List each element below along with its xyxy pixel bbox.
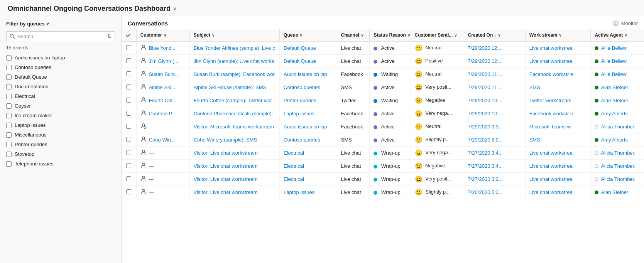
row-checkbox-cell[interactable] <box>122 107 136 120</box>
agent-name[interactable]: Amy Alberts <box>601 137 627 143</box>
workstream-link[interactable]: Facebook workstr e <box>529 111 573 116</box>
row-checkbox-cell[interactable] <box>122 55 136 68</box>
col-workstream-header[interactable]: Work stream ∨ <box>525 29 591 41</box>
col-sentiment-header[interactable]: Customer Senti... ∨ <box>411 29 464 41</box>
row-checkbox[interactable] <box>126 58 131 63</box>
customer-name[interactable]: --- <box>149 124 154 130</box>
created-link[interactable]: 7/29/2020 9:3... <box>468 124 503 130</box>
sidebar-checkbox-printer-queries[interactable] <box>6 142 12 147</box>
subject-link[interactable]: Blue Yonder Airlines (sample): Live c <box>194 45 275 51</box>
col-subject-header[interactable]: Subject ∨ <box>189 29 279 41</box>
agent-name[interactable]: Allie Bellew <box>601 58 626 64</box>
subject-link[interactable]: Contoso Pharmaceuticals (sample): <box>194 111 273 116</box>
row-checkbox-cell[interactable] <box>122 81 136 94</box>
sidebar-checkbox-laptop-issues[interactable] <box>6 123 12 128</box>
customer-name[interactable]: --- <box>149 189 154 195</box>
row-checkbox[interactable] <box>126 124 131 129</box>
row-checkbox[interactable] <box>126 137 131 142</box>
agent-name[interactable]: Alicia Thomber. <box>601 163 635 169</box>
sidebar-checkbox-stovetop[interactable] <box>6 152 12 157</box>
page-title[interactable]: Omnichannel Ongoing Conversations Dashbo… <box>8 5 176 13</box>
created-link[interactable]: 7/27/2020 3:4... <box>468 163 503 169</box>
sidebar-item-electrical[interactable]: Electrical <box>0 91 121 101</box>
sidebar-item-geyser[interactable]: Geyser <box>0 101 121 111</box>
table-row[interactable]: Jim Glynn (... Jim Glynn (sample): Live … <box>122 55 644 68</box>
agent-name[interactable]: Allie Bellew <box>601 71 626 77</box>
sidebar-item-ice-cream-maker[interactable]: Ice cream maker <box>0 111 121 120</box>
sidebar-item-contoso-queries[interactable]: Contoso queries <box>0 62 121 72</box>
workstream-link[interactable]: SMS <box>529 84 540 90</box>
sidebar-item-laptop-issues[interactable]: Laptop issues <box>0 120 121 130</box>
row-checkbox-cell[interactable] <box>122 133 136 147</box>
sidebar-item-miscellaneous[interactable]: Miscellaneous <box>0 130 121 140</box>
sidebar-checkbox-miscellaneous[interactable] <box>6 132 12 138</box>
table-row[interactable]: --- Visitor: Live chat workstream Electr… <box>122 160 644 173</box>
workstream-link[interactable]: Twitter workstream <box>529 98 571 103</box>
workstream-link[interactable]: Facebook workstr e <box>529 71 573 77</box>
customer-name[interactable]: Blue Yond... <box>149 45 176 51</box>
row-checkbox[interactable] <box>126 150 131 155</box>
sidebar-checkbox-ice-cream-maker[interactable] <box>6 113 12 118</box>
sidebar-item-default-queue[interactable]: Default Queue <box>0 72 121 82</box>
table-row[interactable]: --- Visitor: Live chat workstream Electr… <box>122 173 644 186</box>
queue-link[interactable]: Default Queue <box>284 58 316 64</box>
workstream-link[interactable]: Microsoft Teams w <box>529 124 571 130</box>
col-queue-header[interactable]: Queue ∨ <box>280 29 337 41</box>
subject-link[interactable]: Visitor: Live chat workstream <box>194 176 258 182</box>
row-checkbox[interactable] <box>126 98 131 103</box>
created-link[interactable]: 7/29/2020 12:... <box>468 58 503 64</box>
created-link[interactable]: 7/29/2020 8:0... <box>468 137 503 143</box>
customer-name[interactable]: --- <box>149 176 154 182</box>
queue-link[interactable]: Audio issues on lap <box>284 71 327 77</box>
sidebar-checkbox-documentation[interactable] <box>6 84 12 89</box>
workstream-link[interactable]: Live chat workstrea <box>529 45 573 51</box>
agent-name[interactable]: Alicia Thomber. <box>601 124 635 130</box>
row-checkbox[interactable] <box>126 163 131 168</box>
workstream-link[interactable]: Live chat workstrea <box>529 163 573 169</box>
queue-link[interactable]: Electrical <box>284 176 304 182</box>
search-box[interactable]: ⇅ <box>6 31 115 41</box>
queue-link[interactable]: Default Queue <box>284 45 316 51</box>
customer-name[interactable]: Jim Glynn (... <box>149 58 179 64</box>
row-checkbox-cell[interactable] <box>122 147 136 160</box>
created-link[interactable]: 7/29/2020 11:... <box>468 71 503 77</box>
created-link[interactable]: 7/26/2020 5:3... <box>468 189 503 195</box>
subject-link[interactable]: Alpine Ski House (sample): SMS <box>194 84 267 90</box>
sort-icon[interactable]: ⇅ <box>107 33 112 39</box>
workstream-link[interactable]: Live chat workstrea <box>529 189 573 195</box>
row-checkbox[interactable] <box>126 189 131 194</box>
subject-link[interactable]: Visitor: Live chat workstream <box>194 150 258 156</box>
queue-link[interactable]: Electrical <box>284 150 304 156</box>
row-checkbox[interactable] <box>126 71 131 76</box>
sidebar-item-printer-queries[interactable]: Printer queries <box>0 140 121 149</box>
monitor-button[interactable]: ⊙ Monitor <box>613 20 638 27</box>
created-link[interactable]: 7/27/2020 3:2... <box>468 176 503 182</box>
customer-name[interactable]: Fourth Cof... <box>149 98 177 103</box>
agent-name[interactable]: Alan Steiner <box>601 98 628 103</box>
search-input[interactable] <box>17 34 105 39</box>
customer-name[interactable]: Coho Win... <box>149 137 175 143</box>
agent-name[interactable]: Allie Bellew <box>601 45 626 51</box>
created-link[interactable]: 7/29/2020 10:... <box>468 111 503 116</box>
sidebar-checkbox-audio-issues-on-laptop[interactable] <box>6 55 12 61</box>
created-link[interactable]: 7/29/2020 12:... <box>468 45 503 51</box>
table-row[interactable]: --- Visitor: Microsoft Teams workstream … <box>122 120 644 133</box>
row-checkbox-cell[interactable] <box>122 68 136 81</box>
agent-name[interactable]: Alicia Thomber. <box>601 150 635 156</box>
created-link[interactable]: 7/29/2020 11:... <box>468 84 503 90</box>
queue-link[interactable]: Contoso queries <box>284 137 320 143</box>
customer-name[interactable]: Alpine Ski ... <box>149 84 177 90</box>
agent-name[interactable]: Alan Steiner <box>601 84 628 90</box>
sidebar-item-stovetop[interactable]: Stovetop <box>0 149 121 159</box>
sidebar-checkbox-geyser[interactable] <box>6 103 12 109</box>
queue-link[interactable]: Laptop issues <box>284 189 314 195</box>
sidebar-item-audio-issues-on-laptop[interactable]: Audio issues on laptop <box>0 53 121 62</box>
table-row[interactable]: --- Visitor: Live chat workstream Electr… <box>122 147 644 160</box>
row-checkbox-cell[interactable] <box>122 94 136 107</box>
queue-link[interactable]: Audio issues on lap <box>284 124 327 130</box>
subject-link[interactable]: Visitor: Live chat workstream <box>194 163 258 169</box>
sidebar-item-documentation[interactable]: Documentation <box>0 82 121 91</box>
col-status-header[interactable]: Status Reason ∨ <box>370 29 411 41</box>
customer-name[interactable]: --- <box>149 150 154 156</box>
col-customer-header[interactable]: Customer ∨ <box>136 29 189 41</box>
